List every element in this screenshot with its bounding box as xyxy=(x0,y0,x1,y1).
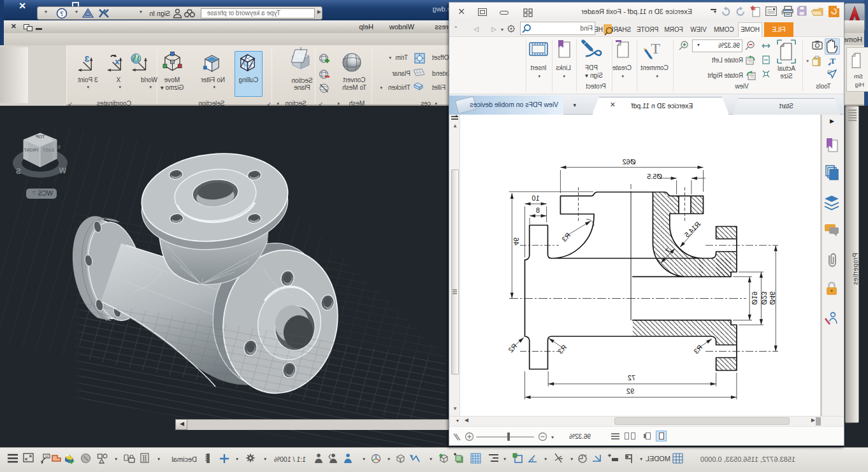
svg-text:R3: R3 xyxy=(692,343,704,355)
svg-text:T: T xyxy=(651,40,660,57)
svg-text:10: 10 xyxy=(532,194,539,202)
svg-text:92: 92 xyxy=(626,387,634,395)
svg-text:Ø23: Ø23 xyxy=(760,292,768,305)
svg-text:3: 3 xyxy=(84,54,89,64)
svg-text:Ø46: Ø46 xyxy=(769,292,776,305)
svg-text:T: T xyxy=(830,56,835,66)
svg-text:Ø19: Ø19 xyxy=(751,292,758,305)
svg-text:8: 8 xyxy=(536,206,540,214)
svg-text:Ø5.5: Ø5.5 xyxy=(647,173,662,180)
svg-text:R14,5: R14,5 xyxy=(683,220,702,239)
svg-text:R3: R3 xyxy=(556,343,568,355)
svg-text:46: 46 xyxy=(512,238,520,245)
svg-text:x: x xyxy=(115,57,119,66)
svg-text:R3: R3 xyxy=(560,231,572,243)
svg-text:?: ? xyxy=(60,10,64,17)
svg-text:72: 72 xyxy=(628,374,635,382)
svg-text:Ø62: Ø62 xyxy=(623,158,636,166)
